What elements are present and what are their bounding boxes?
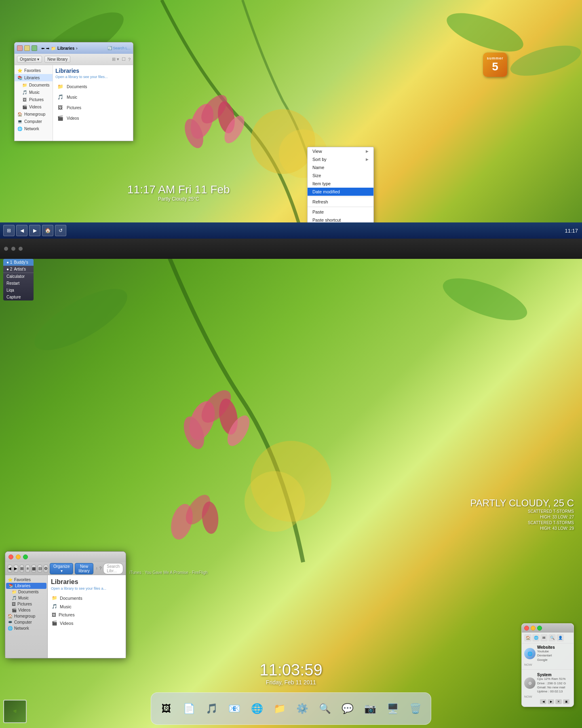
mac-lib-documents[interactable]: 📁 Documents [51,594,122,602]
dock-item-5[interactable]: 🌐 [247,698,268,719]
taskbar-btn-back[interactable]: ◀ [16,225,27,236]
mac-maximize-button[interactable] [23,554,28,559]
mac-sidebar-libraries[interactable]: 📚 Libraries [6,583,46,589]
mac-sidebar-pictures[interactable]: 🖼 Pictures [5,601,47,607]
notif-mail-icon[interactable]: ✉ [540,634,548,641]
ctx-paste[interactable]: Paste [308,208,373,216]
mac-view-icon-btn[interactable]: ⊞ [20,565,24,573]
mac-sidebar-documents[interactable]: 📁 Documents [5,589,47,595]
mac-dot-1 [4,247,8,251]
notif-max-btn[interactable] [537,626,542,631]
mac-lib-music[interactable]: 🎵 Music [51,602,122,611]
mac-thumbnail[interactable]: 🌿 [3,700,27,723]
mac-minimize-button[interactable] [16,554,21,559]
buddy-1-item[interactable]: ● 1 Buddy's [3,259,34,266]
close-button[interactable] [17,45,23,51]
sidebar-item-computer[interactable]: 💻 Computer [15,118,53,125]
taskbar-btn-home[interactable]: 🏠 [42,225,53,236]
sidebar-item-favorites[interactable]: ⭐ Favorites [15,67,53,74]
summer-desktop-icon[interactable]: summer 5 [481,53,509,77]
mac-sidebar-videos[interactable]: 🎬 Videos [5,607,47,613]
lib-music[interactable]: 🎵 Music [55,92,131,102]
sidebar-item-homegroup[interactable]: 🏠 Homegroup [15,110,53,118]
notif-home-icon[interactable]: 🏠 [524,634,531,641]
ctx-view[interactable]: View ▶ [308,147,373,155]
notif-action-3[interactable]: ✕ [555,699,562,704]
maximize-button[interactable] [32,45,37,51]
ctx-size[interactable]: Size [308,171,373,180]
mac-view-list-btn[interactable]: ≡ [25,565,30,573]
restart-item[interactable]: Restart [3,280,34,287]
mac-dot-2 [11,247,15,251]
organize-button[interactable]: Organize ▾ [17,56,42,63]
notif-min-btn[interactable] [531,626,536,631]
dock-item-3[interactable]: 🎵 [201,698,222,719]
ctx-itemtype[interactable]: Item type [308,180,373,188]
minimize-button[interactable] [24,45,30,51]
notif-close-btn[interactable] [524,626,529,631]
mac-new-library-button[interactable]: New library [75,563,93,574]
calculator-item[interactable]: Calculator [3,273,34,280]
mac-search-input[interactable]: Search Libr... [103,563,123,574]
dock-item-9[interactable]: 💬 [337,698,358,719]
mac-close-button[interactable] [8,554,13,559]
sidebar-item-music[interactable]: 🎵 Music [15,89,53,96]
mac-sidebar-network[interactable]: 🌐 Network [5,625,47,631]
mac-sidebar-favorites[interactable]: ⭐ Favorites [5,577,47,583]
dock-item-4[interactable]: 📧 [224,698,245,719]
taskbar-btn-fwd[interactable]: ▶ [29,225,40,236]
new-library-button-top[interactable]: New library [44,56,70,63]
ctx-refresh[interactable]: Refresh [308,198,373,206]
mac-bar-area [0,239,582,259]
mac-sidebar-music[interactable]: 🎵 Music [5,595,47,601]
ctx-name[interactable]: Name [308,163,373,171]
taskbar-time: 11:17 [565,228,578,234]
dock-item-1[interactable]: 🖼 [156,698,177,719]
notif-action-2[interactable]: ▶ [548,699,554,704]
lib-documents[interactable]: 📁 Documents [55,81,131,92]
ctx-datemodified[interactable]: Date modified [308,188,373,196]
liqa-item[interactable]: Liqa [3,287,34,294]
dock-item-10[interactable]: 📷 [360,698,381,719]
mac-back-button[interactable]: ◀ [8,565,12,573]
mac-organize-button[interactable]: Organize ▾ [50,563,74,574]
notif-action-4[interactable]: ▣ [563,699,569,704]
taskbar-btn-refresh[interactable]: ↺ [55,225,66,236]
notif-search-icon[interactable]: 🔍 [548,634,556,641]
mac-view-col-btn[interactable]: ▦ [32,565,36,573]
mac-music-folder-icon: 🎵 [52,604,57,609]
ctx-sortby[interactable]: Sort by ▶ [308,155,373,163]
mac-lib-pictures[interactable]: 🖼 Pictures [51,611,122,619]
lib-pictures[interactable]: 🖼 Pictures [55,102,131,113]
mac-lib-videos[interactable]: 🎬 Videos [51,619,122,627]
buddy-2-item[interactable]: ● 2 Artist's [3,266,34,273]
mac-pictures-icon: 🖼 [12,602,16,606]
sidebar-item-libraries[interactable]: 📚 Libraries [15,74,53,81]
capture-item[interactable]: Capture [3,294,34,301]
mac-sidebar-computer[interactable]: 💻 Computer [5,619,47,625]
sidebar-item-network[interactable]: 🌐 Network [15,125,53,132]
doc-folder-icon: 📁 [56,83,64,91]
notif-action-1[interactable]: ◀ [540,699,546,704]
sidebar-item-videos[interactable]: 🎬 Videos [15,103,53,110]
dock-item-trash[interactable]: 🗑️ [405,698,426,719]
start-button[interactable]: ⊞ [3,225,15,236]
svg-point-10 [26,277,135,362]
notif-user-icon[interactable]: 👤 [557,634,564,641]
dock-item-2[interactable]: 📄 [179,698,200,719]
mac-action-btn[interactable]: ⚙ [44,565,48,573]
mac-fwd-button[interactable]: ▶ [14,565,18,573]
dock-item-6[interactable]: 📁 [269,698,290,719]
mac-view-cov-btn[interactable]: ⊟ [38,565,42,573]
dock-item-11[interactable]: 🖥️ [382,698,403,719]
sidebar-item-pictures[interactable]: 🖼 Pictures [15,96,53,103]
mac-finder-window: ◀ ▶ ⊞ ≡ ▦ ⊟ ⚙ Organize ▾ New library ↑ ?… [5,551,126,658]
sidebar-item-documents[interactable]: 📁 Documents [15,81,53,89]
pictures-folder-icon: 🖼 [56,104,64,112]
mac-sidebar-homegroup[interactable]: 🏠 Homegroup [5,613,47,619]
lib-videos[interactable]: 🎬 Videos [55,113,131,123]
dock-item-7[interactable]: ⚙️ [292,698,313,719]
dock-item-8[interactable]: 🔍 [314,698,335,719]
win-weather: Partly Cloudy 25°C [127,196,230,202]
notif-globe-icon[interactable]: 🌐 [532,634,540,641]
